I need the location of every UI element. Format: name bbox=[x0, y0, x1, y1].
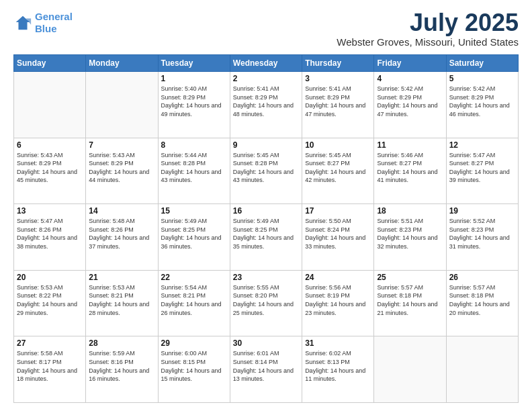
sunset-text: Sunset: 8:27 PM bbox=[449, 160, 494, 167]
calendar-cell: 8 Sunrise: 5:44 AM Sunset: 8:28 PM Dayli… bbox=[158, 138, 230, 204]
sunset-text: Sunset: 8:16 PM bbox=[89, 359, 134, 365]
sunset-text: Sunset: 8:26 PM bbox=[17, 226, 62, 233]
day-info: Sunrise: 6:02 AM Sunset: 8:13 PM Dayligh… bbox=[305, 349, 371, 383]
page: General Blue July 2025 Webster Groves, M… bbox=[0, 0, 532, 411]
sunset-text: Sunset: 8:18 PM bbox=[377, 292, 422, 299]
sunrise-text: Sunrise: 6:00 AM bbox=[161, 350, 208, 357]
day-info: Sunrise: 5:45 AM Sunset: 8:27 PM Dayligh… bbox=[305, 151, 371, 185]
daylight-text: Daylight: 14 hours and 47 minutes. bbox=[305, 102, 365, 118]
day-info: Sunrise: 5:59 AM Sunset: 8:16 PM Dayligh… bbox=[89, 349, 154, 383]
daylight-text: Daylight: 14 hours and 13 minutes. bbox=[233, 367, 294, 383]
sunrise-text: Sunrise: 5:57 AM bbox=[449, 284, 496, 291]
day-number: 9 bbox=[233, 140, 299, 150]
sunset-text: Sunset: 8:29 PM bbox=[161, 94, 206, 101]
day-number: 30 bbox=[233, 338, 299, 348]
day-number: 12 bbox=[449, 140, 515, 150]
sunset-text: Sunset: 8:27 PM bbox=[305, 160, 350, 167]
sunset-text: Sunset: 8:14 PM bbox=[233, 359, 278, 365]
calendar-cell: 9 Sunrise: 5:45 AM Sunset: 8:28 PM Dayli… bbox=[230, 138, 302, 204]
header: General Blue July 2025 Webster Groves, M… bbox=[13, 11, 519, 48]
day-number: 14 bbox=[89, 206, 154, 216]
calendar-header-row: SundayMondayTuesdayWednesdayThursdayFrid… bbox=[14, 55, 519, 72]
day-info: Sunrise: 5:53 AM Sunset: 8:22 PM Dayligh… bbox=[17, 283, 83, 317]
sunset-text: Sunset: 8:28 PM bbox=[233, 160, 278, 167]
month-title: July 2025 bbox=[337, 11, 519, 35]
day-number: 4 bbox=[377, 74, 443, 83]
day-number: 24 bbox=[305, 273, 371, 282]
calendar-cell: 23 Sunrise: 5:55 AM Sunset: 8:20 PM Dayl… bbox=[230, 270, 302, 336]
daylight-text: Daylight: 14 hours and 31 minutes. bbox=[449, 234, 510, 250]
sunset-text: Sunset: 8:29 PM bbox=[449, 94, 494, 101]
day-number: 27 bbox=[17, 338, 83, 348]
calendar-cell: 4 Sunrise: 5:42 AM Sunset: 8:29 PM Dayli… bbox=[374, 72, 446, 138]
sunrise-text: Sunrise: 6:01 AM bbox=[233, 350, 279, 357]
daylight-text: Daylight: 14 hours and 33 minutes. bbox=[305, 234, 365, 250]
sunset-text: Sunset: 8:29 PM bbox=[305, 94, 350, 101]
daylight-text: Daylight: 14 hours and 15 minutes. bbox=[161, 367, 222, 383]
daylight-text: Daylight: 14 hours and 20 minutes. bbox=[449, 301, 510, 316]
sunset-text: Sunset: 8:23 PM bbox=[449, 226, 494, 233]
daylight-text: Daylight: 14 hours and 35 minutes. bbox=[233, 234, 294, 250]
day-info: Sunrise: 5:49 AM Sunset: 8:25 PM Dayligh… bbox=[233, 217, 299, 250]
day-info: Sunrise: 5:52 AM Sunset: 8:23 PM Dayligh… bbox=[449, 217, 515, 250]
day-number: 22 bbox=[161, 273, 227, 282]
sunset-text: Sunset: 8:24 PM bbox=[305, 226, 350, 233]
sunrise-text: Sunrise: 5:46 AM bbox=[377, 152, 423, 158]
sunrise-text: Sunrise: 5:56 AM bbox=[305, 284, 351, 291]
calendar-cell bbox=[86, 72, 158, 138]
sunset-text: Sunset: 8:17 PM bbox=[17, 359, 62, 365]
calendar-cell: 22 Sunrise: 5:54 AM Sunset: 8:21 PM Dayl… bbox=[158, 270, 230, 336]
day-number: 3 bbox=[305, 74, 371, 83]
day-header-monday: Monday bbox=[86, 55, 158, 72]
daylight-text: Daylight: 14 hours and 48 minutes. bbox=[233, 102, 294, 118]
daylight-text: Daylight: 14 hours and 43 minutes. bbox=[161, 169, 222, 184]
calendar-cell: 21 Sunrise: 5:53 AM Sunset: 8:21 PM Dayl… bbox=[86, 270, 158, 336]
sunrise-text: Sunrise: 5:44 AM bbox=[161, 152, 208, 158]
sunset-text: Sunset: 8:29 PM bbox=[89, 160, 134, 167]
calendar-cell: 2 Sunrise: 5:41 AM Sunset: 8:29 PM Dayli… bbox=[230, 72, 302, 138]
calendar-week-1: 1 Sunrise: 5:40 AM Sunset: 8:29 PM Dayli… bbox=[14, 72, 519, 138]
calendar-cell: 30 Sunrise: 6:01 AM Sunset: 8:14 PM Dayl… bbox=[230, 336, 302, 403]
sunrise-text: Sunrise: 5:43 AM bbox=[89, 152, 135, 158]
calendar-cell: 17 Sunrise: 5:50 AM Sunset: 8:24 PM Dayl… bbox=[302, 204, 374, 271]
day-number: 21 bbox=[89, 273, 154, 282]
calendar-cell: 14 Sunrise: 5:48 AM Sunset: 8:26 PM Dayl… bbox=[86, 204, 158, 271]
sunrise-text: Sunrise: 5:47 AM bbox=[449, 152, 496, 158]
logo-icon bbox=[13, 13, 32, 32]
sunrise-text: Sunrise: 5:53 AM bbox=[89, 284, 135, 291]
sunrise-text: Sunrise: 5:45 AM bbox=[305, 152, 351, 158]
logo: General Blue bbox=[13, 11, 73, 35]
daylight-text: Daylight: 14 hours and 41 minutes. bbox=[377, 169, 437, 184]
day-header-thursday: Thursday bbox=[302, 55, 374, 72]
sunset-text: Sunset: 8:23 PM bbox=[377, 226, 422, 233]
calendar-week-3: 13 Sunrise: 5:47 AM Sunset: 8:26 PM Dayl… bbox=[14, 204, 519, 271]
day-header-wednesday: Wednesday bbox=[230, 55, 302, 72]
day-header-tuesday: Tuesday bbox=[158, 55, 230, 72]
sunrise-text: Sunrise: 5:53 AM bbox=[17, 284, 63, 291]
sunrise-text: Sunrise: 5:42 AM bbox=[377, 85, 423, 92]
day-info: Sunrise: 5:53 AM Sunset: 8:21 PM Dayligh… bbox=[89, 283, 154, 317]
day-info: Sunrise: 5:55 AM Sunset: 8:20 PM Dayligh… bbox=[233, 283, 299, 317]
day-number: 7 bbox=[89, 140, 154, 150]
day-number: 29 bbox=[161, 338, 227, 348]
logo-line1: General bbox=[35, 11, 73, 22]
daylight-text: Daylight: 14 hours and 49 minutes. bbox=[161, 102, 222, 118]
daylight-text: Daylight: 14 hours and 25 minutes. bbox=[233, 301, 294, 316]
title-block: July 2025 Webster Groves, Missouri, Unit… bbox=[337, 11, 519, 48]
daylight-text: Daylight: 14 hours and 28 minutes. bbox=[89, 301, 149, 316]
sunrise-text: Sunrise: 5:50 AM bbox=[305, 218, 351, 224]
calendar-week-5: 27 Sunrise: 5:58 AM Sunset: 8:17 PM Dayl… bbox=[14, 336, 519, 403]
day-info: Sunrise: 5:41 AM Sunset: 8:29 PM Dayligh… bbox=[305, 85, 371, 118]
daylight-text: Daylight: 14 hours and 38 minutes. bbox=[17, 234, 77, 250]
day-number: 25 bbox=[377, 273, 443, 282]
calendar-cell: 19 Sunrise: 5:52 AM Sunset: 8:23 PM Dayl… bbox=[446, 204, 518, 271]
calendar-cell bbox=[14, 72, 86, 138]
day-info: Sunrise: 5:47 AM Sunset: 8:26 PM Dayligh… bbox=[17, 217, 83, 250]
sunset-text: Sunset: 8:26 PM bbox=[89, 226, 134, 233]
sunrise-text: Sunrise: 5:49 AM bbox=[161, 218, 208, 224]
calendar-cell: 3 Sunrise: 5:41 AM Sunset: 8:29 PM Dayli… bbox=[302, 72, 374, 138]
day-number: 13 bbox=[17, 206, 83, 216]
day-info: Sunrise: 5:58 AM Sunset: 8:17 PM Dayligh… bbox=[17, 349, 83, 383]
calendar-cell bbox=[374, 336, 446, 403]
day-number: 23 bbox=[233, 273, 299, 282]
